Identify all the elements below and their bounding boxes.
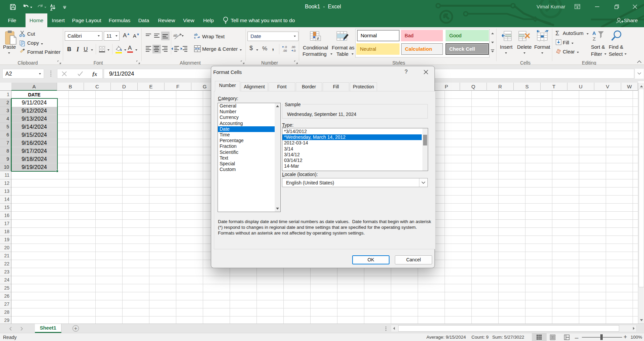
- svg-text:ab: ab: [173, 33, 177, 37]
- svg-text:c: c: [194, 36, 196, 39]
- svg-text:.00: .00: [283, 49, 287, 52]
- svg-text:.00: .00: [291, 45, 295, 49]
- svg-text:Z: Z: [593, 36, 596, 42]
- svg-text:fx: fx: [92, 71, 97, 77]
- svg-text:.0: .0: [284, 45, 287, 49]
- svg-text:A: A: [592, 30, 596, 36]
- svg-text:≠: ≠: [317, 36, 319, 41]
- svg-text:.0: .0: [293, 49, 296, 52]
